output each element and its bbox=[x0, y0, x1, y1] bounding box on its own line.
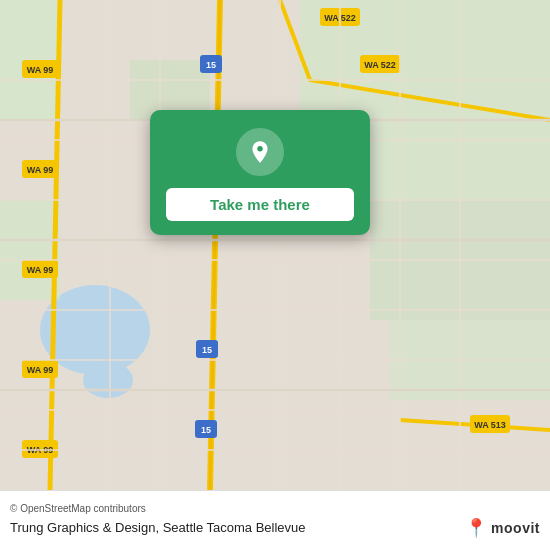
osm-credit-text: © OpenStreetMap contributors bbox=[10, 503, 146, 514]
svg-text:WA 522: WA 522 bbox=[364, 60, 396, 70]
svg-text:WA 99: WA 99 bbox=[27, 365, 54, 375]
map-container: 15 15 15 15 WA 99 WA 99 WA 99 WA 99 WA 9… bbox=[0, 0, 550, 490]
take-me-there-button[interactable]: Take me there bbox=[166, 188, 354, 221]
svg-point-2 bbox=[83, 362, 133, 398]
map-background: 15 15 15 15 WA 99 WA 99 WA 99 WA 99 WA 9… bbox=[0, 0, 550, 490]
svg-text:WA 99: WA 99 bbox=[27, 65, 54, 75]
location-text: Trung Graphics & Design, Seattle Tacoma … bbox=[10, 520, 306, 535]
bottom-bar: © OpenStreetMap contributors Trung Graph… bbox=[0, 490, 550, 550]
svg-text:15: 15 bbox=[201, 425, 211, 435]
moovit-brand-text: moovit bbox=[491, 520, 540, 536]
location-icon-wrap bbox=[236, 128, 284, 176]
location-info: Trung Graphics & Design, Seattle Tacoma … bbox=[10, 517, 540, 539]
popup-card: Take me there bbox=[150, 110, 370, 235]
moovit-logo: 📍 moovit bbox=[465, 517, 540, 539]
location-pin-icon bbox=[247, 139, 273, 165]
svg-text:15: 15 bbox=[202, 345, 212, 355]
svg-point-50 bbox=[257, 146, 262, 151]
svg-text:WA 99: WA 99 bbox=[27, 165, 54, 175]
svg-text:WA 99: WA 99 bbox=[27, 265, 54, 275]
moovit-pin-icon: 📍 bbox=[465, 517, 487, 539]
svg-rect-8 bbox=[0, 200, 60, 300]
svg-text:WA 513: WA 513 bbox=[474, 420, 506, 430]
osm-credit: © OpenStreetMap contributors bbox=[10, 503, 540, 514]
svg-text:15: 15 bbox=[206, 60, 216, 70]
